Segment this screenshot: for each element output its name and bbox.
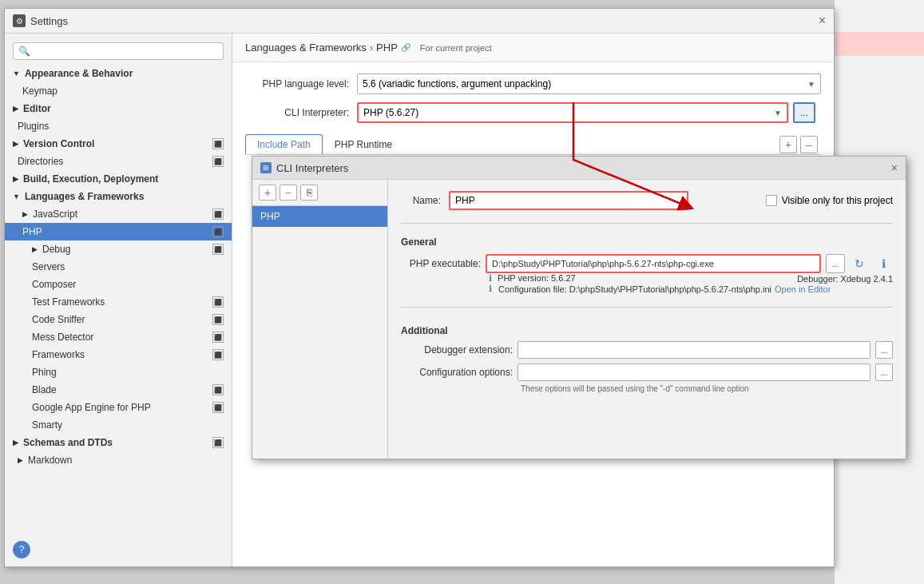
language-level-row: PHP language level: 5.6 (variadic functi… xyxy=(245,73,821,94)
sidebar-item-frameworks[interactable]: Frameworks ⬛ xyxy=(5,346,232,364)
test-icon: ⬛ xyxy=(212,296,224,308)
sidebar-item-markdown[interactable]: ▶ Markdown xyxy=(5,451,232,469)
tab-include-path[interactable]: Include Path xyxy=(245,134,323,154)
config-options-browse-button[interactable]: ... xyxy=(875,364,893,381)
sidebar-item-javascript[interactable]: ▶ JavaScript ⬛ xyxy=(5,205,232,223)
sidebar-item-keymap[interactable]: Keymap xyxy=(5,82,232,100)
dropdown-arrow-icon: ▼ xyxy=(807,80,815,89)
cli-dialog-title-bar: ⊞ CLI Interpreters × xyxy=(252,157,906,180)
sidebar-item-directories[interactable]: Directories ⬛ xyxy=(5,153,232,170)
sidebar-item-editor[interactable]: ▶ Editor xyxy=(5,100,232,117)
debugger-ext-input[interactable] xyxy=(518,341,870,359)
config-options-label: Configuration options: xyxy=(401,367,513,378)
panel-header: Languages & Frameworks › PHP 🔗 For curre… xyxy=(232,34,834,62)
app-icon: ⚙ xyxy=(13,14,26,27)
js-icon: ⬛ xyxy=(212,209,224,220)
sidebar-item-plugins[interactable]: Plugins xyxy=(5,117,232,135)
search-icon: 🔍 xyxy=(18,46,30,57)
info-icon: ℹ xyxy=(489,273,492,283)
sidebar-item-build[interactable]: ▶ Build, Execution, Deployment xyxy=(5,170,232,188)
cli-remove-button[interactable]: – xyxy=(280,185,297,201)
php-exe-info-button[interactable]: ℹ xyxy=(874,254,893,273)
sidebar-item-languages[interactable]: ▼ Languages & Frameworks xyxy=(5,188,232,205)
sidebar-item-phing[interactable]: Phing xyxy=(5,364,232,381)
sniffer-icon: ⬛ xyxy=(212,314,224,325)
arrow-icon: ▶ xyxy=(32,245,38,253)
general-title: General xyxy=(401,236,893,248)
config-info-icon: ℹ xyxy=(489,284,492,294)
help-button[interactable]: ? xyxy=(13,541,30,558)
search-input[interactable] xyxy=(34,46,218,57)
open-in-editor-link[interactable]: Open in Editor xyxy=(775,284,831,294)
arrow-icon: ▶ xyxy=(13,439,18,447)
cli-name-input[interactable]: PHP xyxy=(449,191,688,210)
sidebar: 🔍 ▼ Appearance & Behavior Keymap ▶ Edito… xyxy=(5,34,232,566)
additional-title: Additional xyxy=(401,325,893,336)
sidebar-item-composer[interactable]: Composer xyxy=(5,276,232,293)
sidebar-item-code-sniffer[interactable]: Code Sniffer ⬛ xyxy=(5,311,232,328)
arrow-icon: ▼ xyxy=(13,70,20,77)
php-icon: ⬛ xyxy=(212,226,224,237)
cli-interpreters-dialog: ⊞ CLI Interpreters × + – ⎘ PHP Name: PHP xyxy=(252,156,906,459)
php-exe-refresh-button[interactable]: ↻ xyxy=(850,254,869,273)
visible-checkbox[interactable] xyxy=(766,195,777,206)
sidebar-item-mess-detector[interactable]: Mess Detector ⬛ xyxy=(5,328,232,346)
sidebar-item-php[interactable]: PHP ⬛ xyxy=(5,223,232,240)
sidebar-item-appearance[interactable]: ▼ Appearance & Behavior xyxy=(5,65,232,82)
config-options-note: These options will be passed using the "… xyxy=(401,384,893,393)
cli-copy-button[interactable]: ⎘ xyxy=(300,185,318,201)
cli-add-button[interactable]: + xyxy=(259,185,276,201)
debugger-ext-browse-button[interactable]: ... xyxy=(875,341,893,359)
cli-dialog-icon: ⊞ xyxy=(260,162,272,173)
arrow-icon: ▶ xyxy=(22,210,28,218)
cli-dialog-title: CLI Interpreters xyxy=(276,162,348,174)
cli-name-label: Name: xyxy=(401,195,441,206)
cli-settings-button[interactable]: ... xyxy=(793,102,815,123)
remove-include-button[interactable]: – xyxy=(800,136,818,153)
config-file-label: Configuration file: D:\phpStudy\PHPTutor… xyxy=(498,284,771,294)
cli-list-item-php[interactable]: PHP xyxy=(252,206,387,227)
add-include-button[interactable]: + xyxy=(779,136,797,153)
sidebar-item-test-frameworks[interactable]: Test Frameworks ⬛ xyxy=(5,293,232,311)
php-exe-row: PHP executable: D:\phpStudy\PHPTutorial\… xyxy=(401,254,893,273)
config-options-input[interactable] xyxy=(518,364,870,381)
php-exe-input[interactable]: D:\phpStudy\PHPTutorial\php\php-5.6.27-n… xyxy=(486,254,821,273)
schemas-icon: ⬛ xyxy=(212,437,224,448)
sidebar-item-debug[interactable]: ▶ Debug ⬛ xyxy=(5,240,232,258)
tab-php-runtime[interactable]: PHP Runtime xyxy=(323,134,404,154)
breadcrumb-part2: PHP xyxy=(376,42,398,54)
sidebar-item-version-control[interactable]: ▶ Version Control ⬛ xyxy=(5,135,232,153)
additional-section: Additional Debugger extension: ... Confi… xyxy=(401,320,893,393)
breadcrumb-part1: Languages & Frameworks xyxy=(245,42,367,54)
php-exe-browse-button[interactable]: ... xyxy=(826,254,845,273)
php-exe-value: D:\phpStudy\PHPTutorial\php\php-5.6.27-n… xyxy=(492,259,714,268)
sidebar-item-schemas[interactable]: ▶ Schemas and DTDs ⬛ xyxy=(5,434,232,451)
cli-dialog-body: + – ⎘ PHP Name: PHP Visible only for thi… xyxy=(252,180,906,459)
window-title: Settings xyxy=(30,15,68,27)
directories-icon: ⬛ xyxy=(212,156,224,167)
cli-name-row: Name: PHP Visible only for this project xyxy=(401,191,893,210)
for-project-label: For current project xyxy=(420,43,492,53)
general-section: General PHP executable: D:\phpStudy\PHPT… xyxy=(401,236,893,294)
language-level-label: PHP language level: xyxy=(245,78,349,89)
sidebar-item-smarty[interactable]: Smarty xyxy=(5,416,232,434)
config-options-row: Configuration options: ... xyxy=(401,364,893,381)
chain-icon: 🔗 xyxy=(401,43,410,52)
close-button[interactable]: × xyxy=(819,14,826,28)
version-control-icon: ⬛ xyxy=(212,138,224,149)
cli-name-value: PHP xyxy=(455,195,475,206)
cli-interpreter-select[interactable]: PHP (5.6.27) ▼ xyxy=(357,102,788,123)
cli-interpreter-row: CLI Interpreter: PHP (5.6.27) ▼ ... xyxy=(245,102,821,123)
php-version-row: ℹ PHP version: 5.6.27 Debugger: Xdebug 2… xyxy=(401,273,893,284)
config-file-row: ℹ Configuration file: D:\phpStudy\PHPTut… xyxy=(401,284,893,294)
sidebar-item-google-app[interactable]: Google App Engine for PHP ⬛ xyxy=(5,399,232,416)
arrow-icon: ▶ xyxy=(13,105,18,113)
cli-dialog-close-button[interactable]: × xyxy=(891,161,898,174)
debugger-label: Debugger: Xdebug 2.4.1 xyxy=(797,274,893,284)
sidebar-item-servers[interactable]: Servers xyxy=(5,258,232,276)
language-level-select[interactable]: 5.6 (variadic functions, argument unpack… xyxy=(357,73,821,94)
search-box[interactable]: 🔍 xyxy=(13,42,224,60)
sidebar-item-blade[interactable]: Blade ⬛ xyxy=(5,381,232,399)
cli-toolbar: + – ⎘ xyxy=(252,180,387,206)
google-icon: ⬛ xyxy=(212,402,224,413)
